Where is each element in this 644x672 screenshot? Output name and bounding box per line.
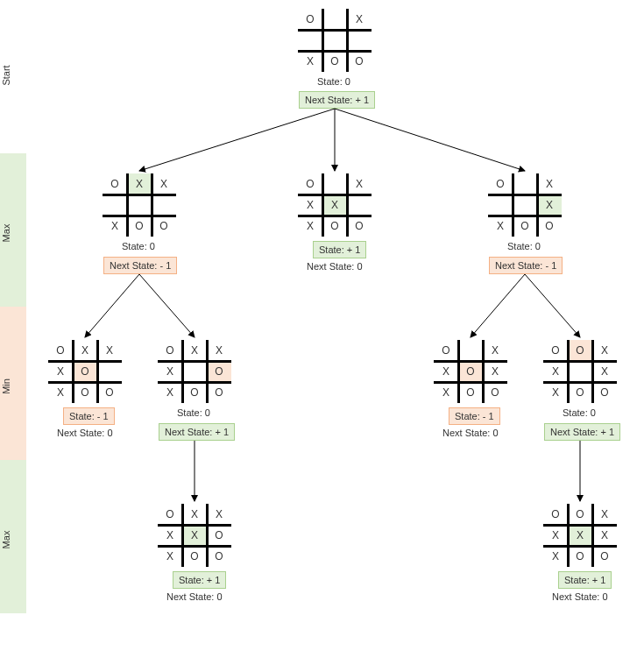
board-cell: O bbox=[592, 546, 617, 567]
board-cell: X bbox=[537, 173, 562, 195]
svg-line-4 bbox=[139, 274, 195, 337]
state-min-c1: State: - 1 bbox=[449, 407, 500, 425]
board-cell bbox=[488, 195, 513, 216]
board-cell bbox=[127, 195, 152, 216]
board-max2-c: OOXXXXXOO bbox=[543, 504, 617, 567]
board-cell: X bbox=[182, 525, 207, 546]
level-label-min: Min bbox=[1, 378, 11, 394]
board-cell: O bbox=[458, 361, 483, 382]
board-min-c1: OXXOXXOO bbox=[434, 340, 507, 403]
board-cell: X bbox=[543, 525, 568, 546]
svg-line-3 bbox=[85, 274, 139, 337]
svg-line-6 bbox=[525, 274, 580, 337]
state-max-c: State: 0 bbox=[507, 241, 541, 251]
board-cell: O bbox=[543, 340, 568, 361]
svg-line-2 bbox=[335, 109, 525, 171]
board-cell: X bbox=[483, 361, 507, 382]
next-max2-c: Next State: 0 bbox=[552, 591, 608, 602]
board-cell: X bbox=[592, 361, 617, 382]
board-cell: O bbox=[434, 340, 458, 361]
board-max-b: OXXXXOO bbox=[298, 173, 372, 237]
board-cell: O bbox=[592, 382, 617, 403]
level-label-max2: Max bbox=[1, 531, 11, 549]
board-cell: X bbox=[97, 340, 122, 361]
board-cell bbox=[182, 361, 207, 382]
board-max-a: OXXXOO bbox=[103, 173, 176, 237]
board-cell: O bbox=[182, 546, 207, 567]
board-cell: O bbox=[152, 216, 176, 237]
board-max2-a: OXXXXOXOO bbox=[158, 504, 231, 567]
board-cell: O bbox=[207, 382, 231, 403]
state-max2-a: State: + 1 bbox=[173, 571, 226, 589]
board-cell bbox=[322, 30, 347, 51]
board-cell: X bbox=[182, 340, 207, 361]
board-cell: O bbox=[298, 173, 322, 195]
board-cell: X bbox=[543, 382, 568, 403]
board-cell: O bbox=[568, 382, 592, 403]
board-cell: X bbox=[207, 504, 231, 525]
board-cell: X bbox=[48, 361, 73, 382]
state-min-a2: State: 0 bbox=[177, 407, 210, 418]
board-cell: O bbox=[48, 340, 73, 361]
board-cell: O bbox=[488, 173, 513, 195]
board-cell: O bbox=[537, 216, 562, 237]
board-cell: O bbox=[568, 504, 592, 525]
board-cell: X bbox=[592, 525, 617, 546]
board-cell: O bbox=[483, 382, 507, 403]
next-max-a: Next State: - 1 bbox=[103, 257, 177, 274]
board-cell: X bbox=[182, 504, 207, 525]
board-cell: X bbox=[298, 195, 322, 216]
board-cell: X bbox=[73, 340, 97, 361]
board-cell: X bbox=[347, 173, 372, 195]
board-cell bbox=[298, 30, 322, 51]
board-cell: X bbox=[434, 382, 458, 403]
level-label-max1: Max bbox=[1, 224, 11, 243]
next-max-c: Next State: - 1 bbox=[489, 257, 563, 274]
board-cell: O bbox=[158, 340, 182, 361]
board-cell: O bbox=[322, 216, 347, 237]
board-cell bbox=[513, 195, 537, 216]
next-min-c2: Next State: + 1 bbox=[544, 423, 620, 441]
state-min-a1: State: - 1 bbox=[63, 407, 115, 425]
board-cell: X bbox=[103, 216, 127, 237]
board-cell: O bbox=[568, 546, 592, 567]
board-cell: X bbox=[543, 546, 568, 567]
board-cell: O bbox=[207, 361, 231, 382]
state-min-c2: State: 0 bbox=[563, 407, 596, 418]
board-cell bbox=[568, 361, 592, 382]
board-cell bbox=[347, 195, 372, 216]
level-label-start: Start bbox=[1, 65, 11, 85]
board-cell: X bbox=[298, 51, 322, 72]
state-root: State: 0 bbox=[317, 76, 350, 87]
board-cell: O bbox=[73, 382, 97, 403]
board-root: OXXOO bbox=[298, 9, 372, 72]
board-cell: X bbox=[592, 504, 617, 525]
board-cell: O bbox=[347, 51, 372, 72]
board-cell: X bbox=[158, 382, 182, 403]
state-max-b: State: + 1 bbox=[313, 241, 366, 258]
next-min-c1: Next State: 0 bbox=[442, 428, 499, 438]
board-min-a2: OXXXOXOO bbox=[158, 340, 231, 403]
board-cell: X bbox=[158, 525, 182, 546]
next-max2-a: Next State: 0 bbox=[166, 591, 223, 602]
board-cell: O bbox=[347, 216, 372, 237]
board-cell: O bbox=[322, 51, 347, 72]
board-cell: O bbox=[97, 382, 122, 403]
board-cell bbox=[97, 361, 122, 382]
board-cell: X bbox=[158, 361, 182, 382]
board-cell bbox=[152, 195, 176, 216]
next-min-a1: Next State: 0 bbox=[57, 428, 113, 438]
board-cell: X bbox=[298, 216, 322, 237]
board-cell: O bbox=[568, 340, 592, 361]
svg-line-0 bbox=[139, 109, 335, 171]
board-cell: O bbox=[103, 173, 127, 195]
next-root: Next State: + 1 bbox=[299, 91, 375, 109]
board-cell: X bbox=[48, 382, 73, 403]
board-cell bbox=[322, 173, 347, 195]
board-min-c2: OOXXXXOO bbox=[543, 340, 617, 403]
board-cell: X bbox=[152, 173, 176, 195]
board-cell: X bbox=[537, 195, 562, 216]
board-cell: O bbox=[543, 504, 568, 525]
board-cell: X bbox=[568, 525, 592, 546]
board-cell: O bbox=[207, 525, 231, 546]
